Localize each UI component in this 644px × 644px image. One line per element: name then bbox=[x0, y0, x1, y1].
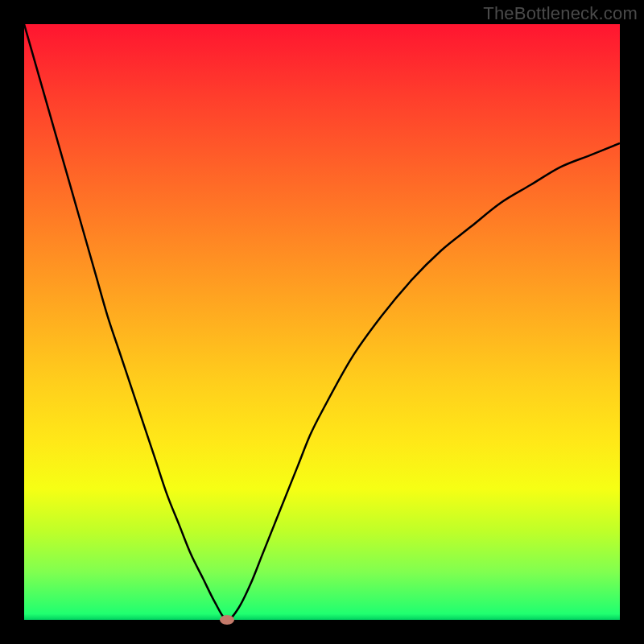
plot-area bbox=[24, 24, 620, 620]
optimum-marker bbox=[220, 615, 234, 625]
bottleneck-curve bbox=[24, 24, 620, 620]
chart-frame: TheBottleneck.com bbox=[0, 0, 644, 644]
watermark-text: TheBottleneck.com bbox=[483, 3, 638, 24]
